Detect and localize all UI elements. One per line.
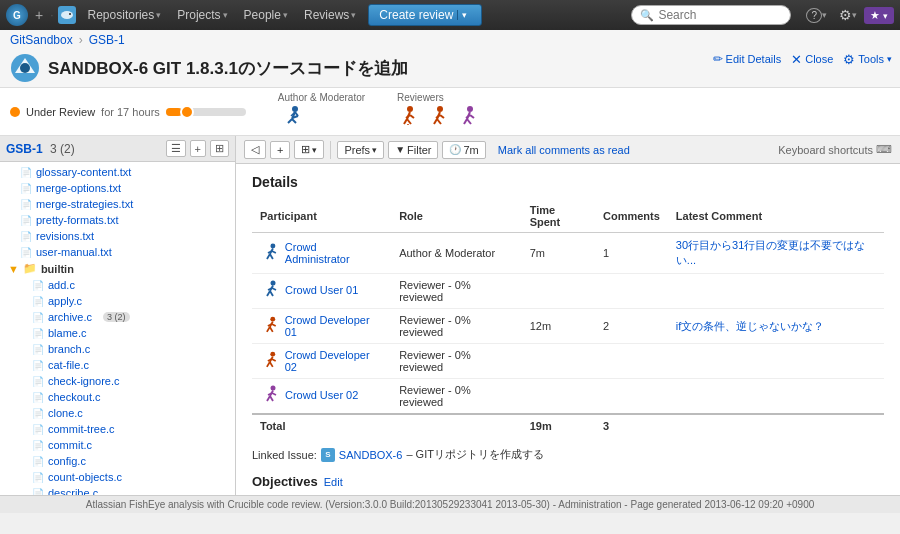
sidebar-item-revisions[interactable]: 📄 revisions.txt <box>0 228 235 244</box>
comments-cell: 2 <box>595 309 668 344</box>
nav-reviews[interactable]: Reviews ▾ <box>296 0 364 30</box>
sidebar-item-commit-tree[interactable]: 📄 commit-tree.c <box>0 421 235 437</box>
sidebar-item-clone[interactable]: 📄 clone.c <box>0 405 235 421</box>
nav-left-button[interactable]: ◁ <box>244 140 266 159</box>
svg-line-16 <box>406 115 410 118</box>
sidebar-expand-button[interactable]: ⊞ <box>210 140 229 157</box>
participant-link[interactable]: Crowd User 02 <box>285 389 358 401</box>
split-button[interactable]: ⊞ ▾ <box>294 140 324 159</box>
svg-point-5 <box>292 106 298 112</box>
sidebar-item-check-ignore[interactable]: 📄 check-ignore.c <box>0 373 235 389</box>
sidebar-item-commit[interactable]: 📄 commit.c <box>0 437 235 453</box>
help-button[interactable]: ? ▾ <box>801 6 832 25</box>
add-file-button[interactable]: + <box>270 141 290 159</box>
participant-cell: Crowd User 02 <box>252 379 391 415</box>
sidebar-item-glossary[interactable]: 📄 glossary-content.txt <box>0 164 235 180</box>
sidebar-item-branch[interactable]: 📄 branch.c <box>0 341 235 357</box>
edit-details-button[interactable]: ✏ Edit Details <box>713 52 782 66</box>
app-logo[interactable]: G <box>6 4 28 26</box>
svg-line-23 <box>436 115 440 118</box>
sidebar-item-merge-strategies[interactable]: 📄 merge-strategies.txt <box>0 196 235 212</box>
svg-point-0 <box>61 11 73 19</box>
create-review-dropdown[interactable]: ▾ <box>457 10 471 20</box>
sidebar-item-blame[interactable]: 📄 blame.c <box>0 325 235 341</box>
latest-comment-cell <box>668 379 884 415</box>
toolbar-separator <box>330 141 331 159</box>
file-icon: 📄 <box>32 376 44 387</box>
col-header-time: Time Spent <box>522 200 595 233</box>
main-layout: GSB-1 3 (2) ☰ + ⊞ 📄 glossary-content.txt… <box>0 136 900 495</box>
svg-point-25 <box>467 106 473 112</box>
svg-line-36 <box>272 251 276 253</box>
sidebar-item-config[interactable]: 📄 config.c <box>0 453 235 469</box>
sidebar-item-count-objects[interactable]: 📄 count-objects.c <box>0 469 235 485</box>
plus-button[interactable]: + <box>32 5 46 25</box>
latest-comment-cell: 30行目から31行目の変更は不要ではない... <box>668 233 884 274</box>
footer-text: Atlassian FishEye analysis with Crucible… <box>86 499 815 510</box>
sidebar-item-merge-options[interactable]: 📄 merge-options.txt <box>0 180 235 196</box>
role-cell: Reviewer - 0% reviewed <box>391 379 522 415</box>
latest-comment-link[interactable]: if文の条件、逆じゃないかな？ <box>676 320 825 332</box>
breadcrumb-separator: › <box>79 33 83 47</box>
totals-row: Total 19m 3 <box>252 414 884 437</box>
details-title: Details <box>252 174 884 190</box>
participant-link[interactable]: Crowd User 01 <box>285 284 358 296</box>
chevron-down-icon: ▾ <box>852 10 857 20</box>
participant-link[interactable]: Crowd Administrator <box>285 241 383 265</box>
linked-issue-section: Linked Issue: S SANDBOX-6 – GITリポジトリを作成す… <box>252 447 884 462</box>
time-cell <box>522 379 595 415</box>
sidebar-toggle-button[interactable]: ☰ <box>166 140 186 157</box>
sidebar-project-link[interactable]: GSB-1 <box>6 142 43 156</box>
create-review-button[interactable]: Create review ▾ <box>368 4 482 26</box>
tools-button[interactable]: ⚙ Tools ▾ <box>843 51 892 66</box>
close-button[interactable]: ✕ Close <box>791 51 833 66</box>
progress-dot <box>180 105 194 119</box>
file-icon: 📄 <box>32 392 44 403</box>
sidebar-item-describe[interactable]: 📄 describe.c <box>0 485 235 495</box>
status-footer: Atlassian FishEye analysis with Crucible… <box>0 495 900 513</box>
nav-repositories[interactable]: Repositories ▾ <box>80 0 170 30</box>
settings-button[interactable]: ⚙ ▾ <box>834 5 862 25</box>
breadcrumb-parent-link[interactable]: GitSandbox <box>10 33 73 47</box>
sidebar-item-add[interactable]: 📄 add.c <box>0 277 235 293</box>
latest-comment-cell <box>668 274 884 309</box>
file-icon: 📄 <box>20 167 32 178</box>
sidebar-item-pretty-formats[interactable]: 📄 pretty-formats.txt <box>0 212 235 228</box>
mark-all-read-button[interactable]: Mark all comments as read <box>498 144 630 156</box>
sidebar-item-archive[interactable]: 📄 archive.c 3 (2) <box>0 309 235 325</box>
objectives-edit-button[interactable]: Edit <box>324 476 343 488</box>
sidebar-item-cat-file[interactable]: 📄 cat-file.c <box>0 357 235 373</box>
participant-link[interactable]: Crowd Developer 02 <box>285 349 384 373</box>
chevron-down-icon: ▾ <box>822 10 827 20</box>
svg-line-34 <box>270 254 273 259</box>
sidebar-add-button[interactable]: + <box>190 140 206 157</box>
total-role-cell <box>391 414 522 437</box>
folder-icon-color: 📁 <box>23 262 37 275</box>
time-button[interactable]: 🕐 7m <box>442 141 485 159</box>
prefs-button[interactable]: Prefs ▾ <box>337 141 384 159</box>
latest-comment-link[interactable]: 30行目から31行目の変更は不要ではない... <box>676 239 865 266</box>
latest-comment-cell: if文の条件、逆じゃないかな？ <box>668 309 884 344</box>
under-review-section: Under Review for 17 hours <box>10 106 246 118</box>
file-icon: 📄 <box>20 215 32 226</box>
details-area: Details Participant Role Time Spent Comm… <box>236 164 900 495</box>
sidebar-item-apply[interactable]: 📄 apply.c <box>0 293 235 309</box>
sidebar-item-user-manual[interactable]: 📄 user-manual.txt <box>0 244 235 260</box>
breadcrumb-current-link[interactable]: GSB-1 <box>89 33 125 47</box>
nav-people[interactable]: People ▾ <box>236 0 296 30</box>
svg-point-31 <box>270 244 275 249</box>
gear-icon: ⚙ <box>839 7 852 23</box>
file-icon: 📄 <box>32 280 44 291</box>
sidebar-folder-builtin[interactable]: ▼ 📁 builtin <box>0 260 235 277</box>
nav-projects[interactable]: Projects ▾ <box>169 0 235 30</box>
fisheye-logo[interactable] <box>58 6 76 24</box>
linked-issue-link[interactable]: SANDBOX-6 <box>339 449 403 461</box>
participant-link[interactable]: Crowd Developer 01 <box>285 314 384 338</box>
svg-point-49 <box>270 352 275 357</box>
svg-line-22 <box>437 119 441 124</box>
user-menu-button[interactable]: ★ ▾ <box>864 7 894 24</box>
search-input[interactable] <box>658 8 778 22</box>
file-icon: 📄 <box>32 312 44 323</box>
sidebar-item-checkout[interactable]: 📄 checkout.c <box>0 389 235 405</box>
filter-button[interactable]: ▼ Filter <box>388 141 438 159</box>
